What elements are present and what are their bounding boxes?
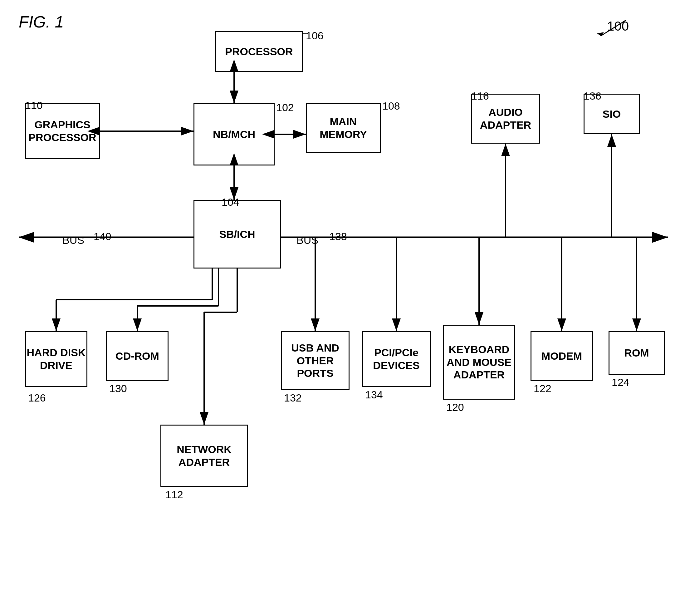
- nbmch-ref: 102: [276, 102, 294, 114]
- harddiskdrive-ref: 126: [28, 392, 46, 404]
- rom-ref: 124: [612, 376, 630, 389]
- bus138-ref: 138: [329, 230, 347, 243]
- bus140-label: BUS: [63, 234, 84, 246]
- keyboard-ref: 120: [446, 401, 464, 413]
- sio-ref: 136: [584, 90, 601, 102]
- svg-line-0: [601, 20, 626, 36]
- graphicsprocessor-box: GRAPHICS PROCESSOR: [25, 103, 100, 159]
- pcipcie-box: PCI/PCIe DEVICES: [362, 331, 431, 387]
- nbmch-box: NB/MCH: [193, 103, 275, 166]
- ref-100-arrow: [594, 17, 632, 39]
- usbports-ref: 132: [284, 392, 302, 404]
- keyboard-box: KEYBOARD AND MOUSE ADAPTER: [443, 325, 515, 400]
- diagram-svg: [0, 0, 685, 616]
- processor-ref: 106: [306, 30, 324, 42]
- pcipcie-ref: 134: [365, 389, 383, 401]
- rom-box: ROM: [609, 331, 665, 375]
- harddiskdrive-box: HARD DISK DRIVE: [25, 331, 87, 387]
- cdrom-box: CD-ROM: [106, 331, 168, 381]
- audioadapter-ref: 116: [471, 90, 489, 102]
- networkadapter-box: NETWORK ADAPTER: [160, 425, 248, 487]
- sbich-ref: 104: [222, 196, 239, 208]
- svg-marker-1: [597, 32, 604, 36]
- usbports-box: USB AND OTHER PORTS: [281, 331, 349, 390]
- modem-ref: 122: [534, 382, 551, 395]
- processor-box: PROCESSOR: [215, 31, 303, 72]
- bus138-label: BUS: [296, 234, 318, 246]
- bus140-ref: 140: [94, 230, 111, 243]
- mainmemory-box: MAIN MEMORY: [306, 103, 381, 153]
- networkadapter-ref: 112: [165, 489, 183, 501]
- cdrom-ref: 130: [109, 382, 127, 395]
- graphicsprocessor-ref: 110: [25, 99, 43, 111]
- sbich-box: SB/ICH: [193, 200, 281, 268]
- modem-box: MODEM: [530, 331, 593, 381]
- figure-title: FIG. 1: [19, 13, 64, 31]
- mainmemory-ref: 108: [382, 100, 400, 112]
